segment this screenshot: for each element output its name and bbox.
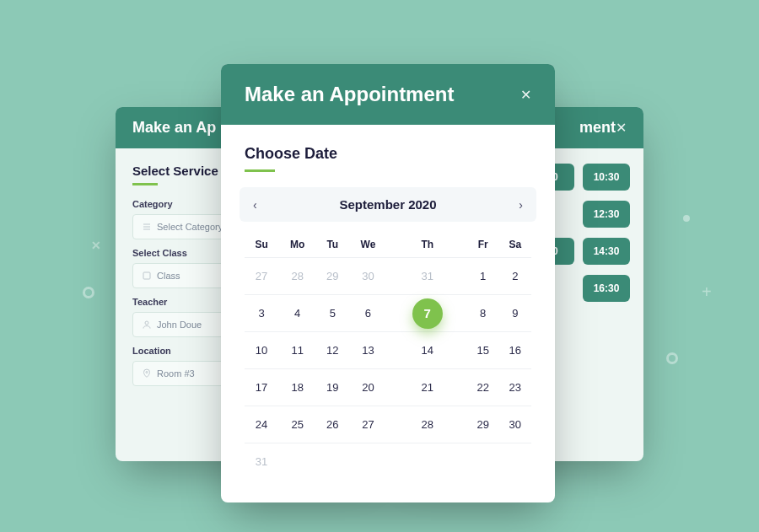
dow-header: We <box>348 230 388 258</box>
calendar-day[interactable]: 5 <box>316 295 348 332</box>
month-label: September 2020 <box>339 197 436 212</box>
dow-header: Fr <box>467 230 499 258</box>
dow-header: Th <box>388 230 467 258</box>
modal-title: Make an Appointment <box>245 83 454 106</box>
close-icon[interactable]: ✕ <box>616 120 627 136</box>
calendar-day[interactable]: 31 <box>388 258 467 295</box>
calendar-day[interactable]: 31 <box>245 443 278 481</box>
calendar-day <box>499 443 531 481</box>
calendar-day[interactable]: 10 <box>245 332 278 369</box>
svg-point-2 <box>146 372 148 373</box>
class-value: Class <box>157 271 180 281</box>
category-value: Select Category <box>157 222 223 232</box>
calendar-day[interactable]: 25 <box>278 406 316 443</box>
calendar-day[interactable]: 30 <box>499 406 531 443</box>
dow-header: Sa <box>499 230 531 258</box>
calendar-day[interactable]: 16 <box>499 332 531 369</box>
calendar-day <box>278 443 316 481</box>
calendar-day[interactable]: 4 <box>278 295 316 332</box>
calendar-day[interactable]: 2 <box>499 258 531 295</box>
svg-rect-0 <box>143 272 150 279</box>
dow-header: Su <box>245 230 278 258</box>
calendar-day[interactable]: 1 <box>467 258 499 295</box>
calendar: SuMoTuWeThFrSa 2728293031123456789101112… <box>245 230 531 481</box>
calendar-day[interactable]: 6 <box>348 295 388 332</box>
close-icon[interactable]: ✕ <box>520 87 531 103</box>
calendar-day[interactable]: 28 <box>278 258 316 295</box>
svg-point-1 <box>145 321 148 325</box>
calendar-day[interactable]: 29 <box>316 258 348 295</box>
calendar-day[interactable]: 18 <box>278 369 316 406</box>
calendar-day[interactable]: 17 <box>245 369 278 406</box>
section-rule <box>245 169 275 172</box>
calendar-day[interactable]: 7 <box>388 295 467 332</box>
user-icon <box>142 320 152 330</box>
calendar-day[interactable]: 15 <box>467 332 499 369</box>
calendar-day[interactable]: 24 <box>245 406 278 443</box>
date-modal: Make an Appointment ✕ Choose Date ‹ Sept… <box>221 64 555 502</box>
calendar-day[interactable]: 13 <box>348 332 388 369</box>
section-rule <box>132 183 158 185</box>
calendar-day[interactable]: 21 <box>388 369 467 406</box>
month-bar: ‹ September 2020 › <box>240 187 536 222</box>
calendar-day[interactable]: 9 <box>499 295 531 332</box>
pin-icon <box>142 368 152 379</box>
calendar-day <box>467 443 499 481</box>
calendar-day[interactable]: 30 <box>348 258 388 295</box>
time-slot[interactable]: 14:30 <box>583 238 630 265</box>
calendar-day[interactable]: 19 <box>316 369 348 406</box>
calendar-day <box>388 443 467 481</box>
section-title: Choose Date <box>245 145 531 163</box>
calendar-day[interactable]: 3 <box>245 295 278 332</box>
prev-month-button[interactable]: ‹ <box>253 198 257 212</box>
teacher-value: John Doue <box>157 320 202 330</box>
calendar-day[interactable]: 23 <box>499 369 531 406</box>
calendar-day[interactable]: 27 <box>348 406 388 443</box>
time-slot[interactable]: 10:30 <box>583 164 630 191</box>
location-value: Room #3 <box>157 368 195 379</box>
tag-icon <box>142 271 152 281</box>
calendar-day[interactable]: 14 <box>388 332 467 369</box>
calendar-day <box>348 443 388 481</box>
calendar-day[interactable]: 29 <box>467 406 499 443</box>
dow-header: Mo <box>278 230 316 258</box>
calendar-day[interactable]: 12 <box>316 332 348 369</box>
calendar-day[interactable]: 28 <box>388 406 467 443</box>
next-month-button[interactable]: › <box>519 198 523 212</box>
time-slot[interactable]: 12:30 <box>583 201 630 228</box>
calendar-day[interactable]: 22 <box>467 369 499 406</box>
calendar-day[interactable]: 8 <box>467 295 499 332</box>
calendar-day <box>316 443 348 481</box>
calendar-day[interactable]: 20 <box>348 369 388 406</box>
calendar-day[interactable]: 27 <box>245 258 278 295</box>
dow-header: Tu <box>316 230 348 258</box>
list-icon <box>142 222 152 232</box>
calendar-day[interactable]: 11 <box>278 332 316 369</box>
time-slot[interactable]: 16:30 <box>583 275 630 302</box>
modal-title: Make an Ap <box>132 119 216 137</box>
calendar-day[interactable]: 26 <box>316 406 348 443</box>
